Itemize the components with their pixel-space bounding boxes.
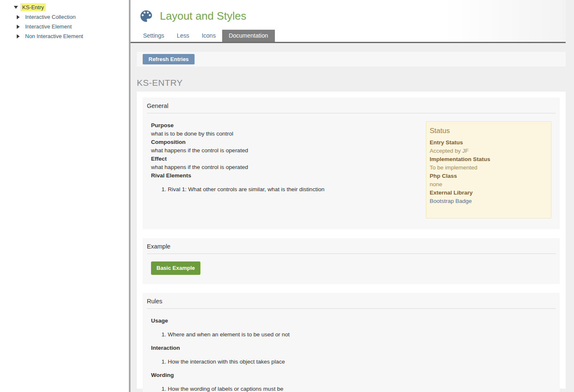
section-general: General Purpose what is to be done by th… <box>143 97 560 229</box>
page-header: Layout and Styles Settings Less Icons Do… <box>131 0 566 43</box>
status-term: Implementation Status <box>430 155 548 164</box>
rule-list: How the wording of labels or captions mu… <box>151 384 551 392</box>
rival-list: Rival 1: What other controls are similar… <box>151 185 413 194</box>
status-box: Status Entry Status Accepted by JF Imple… <box>426 121 551 218</box>
caret-down-icon[interactable] <box>14 5 20 10</box>
rule-list-item: How the interaction with this object tak… <box>168 357 551 366</box>
field-desc: what is to be done by this control <box>151 130 413 138</box>
tree-item-non-interactive-element[interactable]: Non Interactive Element <box>0 31 129 41</box>
rule-list: How the interaction with this object tak… <box>151 357 551 366</box>
tree-item-label[interactable]: Interactive Element <box>23 23 73 31</box>
rule-list: Where and when an element is to be used … <box>151 330 551 339</box>
rule-list-item: Where and when an element is to be used … <box>168 330 551 339</box>
caret-right-icon[interactable] <box>17 15 23 19</box>
status-term: External Library <box>430 189 548 197</box>
tree-item-label[interactable]: Interactive Collection <box>23 13 77 21</box>
external-library-link[interactable]: Bootstrap Badge <box>430 198 472 204</box>
tab-icons[interactable]: Icons <box>195 30 222 42</box>
status-value: To be implemented <box>430 164 548 172</box>
caret-right-icon[interactable] <box>17 25 23 29</box>
entry-heading: KS-ENTRY <box>137 78 574 88</box>
field-desc: what happens if the control is operated <box>151 146 413 155</box>
tree-item-interactive-element[interactable]: Interactive Element <box>0 22 129 31</box>
section-example: Example Basic Example <box>143 238 560 284</box>
sidebar-tree: KS-Entry Interactive Collection Interact… <box>0 0 129 392</box>
toolbar: Refresh Entries <box>137 52 566 67</box>
status-term: Php Class <box>430 172 548 180</box>
rival-list-item: Rival 1: What other controls are similar… <box>168 185 413 194</box>
field-desc: what happens if the control is operated <box>151 163 413 172</box>
status-value: none <box>430 180 548 189</box>
general-fields: Purpose what is to be done by this contr… <box>151 121 426 199</box>
caret-right-icon[interactable] <box>17 34 23 38</box>
field-term: Purpose <box>151 121 413 130</box>
rule-term: Wording <box>151 371 551 379</box>
tab-less[interactable]: Less <box>171 30 196 42</box>
palette-icon <box>138 8 154 24</box>
section-general-title: General <box>147 102 556 109</box>
rule-term: Interaction <box>151 344 551 352</box>
field-term: Effect <box>151 155 413 163</box>
refresh-entries-button[interactable]: Refresh Entries <box>143 54 195 64</box>
tab-documentation[interactable]: Documentation <box>222 30 275 42</box>
section-rules-title: Rules <box>147 297 556 305</box>
page-title: Layout and Styles <box>160 10 246 23</box>
section-example-title: Example <box>147 242 556 250</box>
documentation-container: General Purpose what is to be done by th… <box>137 92 566 389</box>
rule-list-item: How the wording of labels or captions mu… <box>168 384 551 392</box>
status-term: Entry Status <box>430 138 548 147</box>
tab-settings[interactable]: Settings <box>137 30 171 42</box>
field-term: Rival Elements <box>151 172 413 180</box>
tree-item-ks-entry[interactable]: KS-Entry <box>0 3 129 12</box>
field-term: Composition <box>151 138 413 146</box>
status-value: Accepted by JF <box>430 147 548 155</box>
main-content: Layout and Styles Settings Less Icons Do… <box>131 0 574 392</box>
section-rules: Rules Usage Where and when an element is… <box>143 293 560 392</box>
basic-example-badge: Basic Example <box>151 261 200 275</box>
tree-item-label[interactable]: Non Interactive Element <box>23 32 85 40</box>
status-box-title: Status <box>430 127 548 135</box>
tree-item-interactive-collection[interactable]: Interactive Collection <box>0 12 129 22</box>
tab-bar: Settings Less Icons Documentation <box>131 30 566 42</box>
rule-term: Usage <box>151 317 551 325</box>
tree-item-label[interactable]: KS-Entry <box>20 3 46 11</box>
